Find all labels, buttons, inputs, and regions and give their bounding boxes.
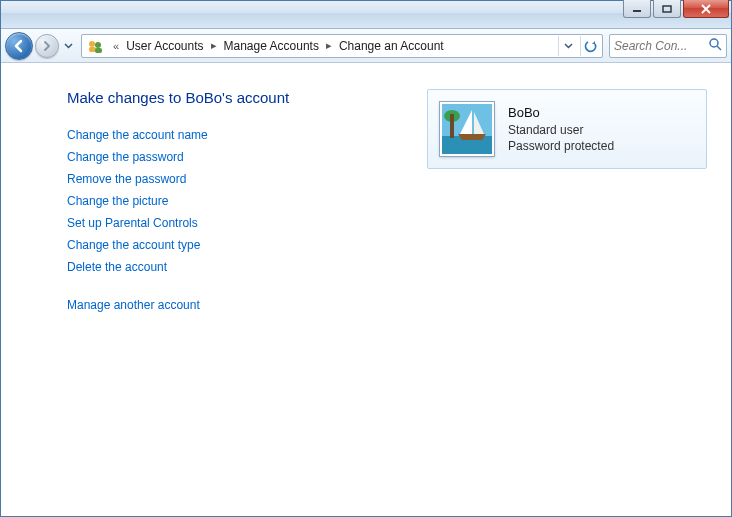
svg-rect-4 bbox=[89, 47, 96, 52]
svg-rect-0 bbox=[633, 10, 641, 12]
account-card[interactable]: BoBo Standard user Password protected bbox=[427, 89, 707, 169]
svg-point-2 bbox=[89, 41, 95, 47]
address-bar[interactable]: « User Accounts ▸ Manage Accounts ▸ Chan… bbox=[81, 34, 603, 58]
account-avatar bbox=[440, 102, 494, 156]
link-change-type[interactable]: Change the account type bbox=[67, 234, 397, 256]
search-input[interactable] bbox=[614, 39, 704, 53]
address-dropdown-button[interactable] bbox=[558, 36, 578, 56]
account-summary-column: BoBo Standard user Password protected bbox=[427, 89, 707, 496]
breadcrumb-user-accounts[interactable]: User Accounts bbox=[124, 35, 205, 57]
breadcrumb-prefix: « bbox=[108, 40, 124, 52]
forward-button[interactable] bbox=[35, 34, 59, 58]
secondary-link-list: Manage another account bbox=[67, 294, 397, 316]
chevron-down-icon bbox=[564, 43, 573, 49]
breadcrumb-separator: ▸ bbox=[206, 39, 222, 52]
svg-rect-5 bbox=[95, 48, 102, 53]
refresh-icon bbox=[584, 39, 598, 53]
minimize-icon bbox=[632, 5, 642, 13]
close-icon bbox=[700, 4, 712, 14]
account-info: BoBo Standard user Password protected bbox=[508, 104, 614, 154]
account-status: Password protected bbox=[508, 138, 614, 154]
svg-rect-1 bbox=[663, 6, 671, 12]
user-accounts-icon bbox=[86, 37, 104, 55]
breadcrumb-change-account[interactable]: Change an Account bbox=[337, 35, 446, 57]
search-icon[interactable] bbox=[708, 37, 722, 54]
svg-point-3 bbox=[95, 42, 101, 48]
link-parental-controls[interactable]: Set up Parental Controls bbox=[67, 212, 397, 234]
account-name: BoBo bbox=[508, 104, 614, 122]
maximize-icon bbox=[662, 5, 672, 13]
minimize-button[interactable] bbox=[623, 0, 651, 18]
arrow-right-icon bbox=[41, 40, 53, 52]
account-type: Standard user bbox=[508, 122, 614, 138]
link-change-name[interactable]: Change the account name bbox=[67, 124, 397, 146]
back-button[interactable] bbox=[5, 32, 33, 60]
svg-line-7 bbox=[717, 46, 721, 50]
titlebar bbox=[1, 1, 731, 29]
chevron-down-icon bbox=[64, 43, 73, 49]
link-manage-another[interactable]: Manage another account bbox=[67, 294, 397, 316]
link-delete-account[interactable]: Delete the account bbox=[67, 256, 397, 278]
maximize-button[interactable] bbox=[653, 0, 681, 18]
navigation-bar: « User Accounts ▸ Manage Accounts ▸ Chan… bbox=[1, 29, 731, 63]
breadcrumb-separator: ▸ bbox=[321, 39, 337, 52]
search-box[interactable] bbox=[609, 34, 727, 58]
action-link-list: Change the account name Change the passw… bbox=[67, 124, 397, 278]
breadcrumb-manage-accounts[interactable]: Manage Accounts bbox=[222, 35, 321, 57]
link-remove-password[interactable]: Remove the password bbox=[67, 168, 397, 190]
link-change-password[interactable]: Change the password bbox=[67, 146, 397, 168]
refresh-button[interactable] bbox=[580, 36, 600, 56]
task-links-column: Make changes to BoBo's account Change th… bbox=[67, 89, 397, 496]
close-button[interactable] bbox=[683, 0, 729, 18]
sailboat-picture-icon bbox=[442, 104, 494, 156]
link-change-picture[interactable]: Change the picture bbox=[67, 190, 397, 212]
svg-rect-11 bbox=[450, 114, 454, 138]
address-bar-buttons bbox=[558, 36, 600, 56]
content-area: Make changes to BoBo's account Change th… bbox=[1, 63, 731, 516]
arrow-left-icon bbox=[12, 39, 26, 53]
window-controls bbox=[623, 0, 729, 18]
history-dropdown[interactable] bbox=[61, 37, 75, 55]
control-panel-window: « User Accounts ▸ Manage Accounts ▸ Chan… bbox=[0, 0, 732, 517]
svg-point-6 bbox=[710, 39, 718, 47]
page-title: Make changes to BoBo's account bbox=[67, 89, 397, 106]
